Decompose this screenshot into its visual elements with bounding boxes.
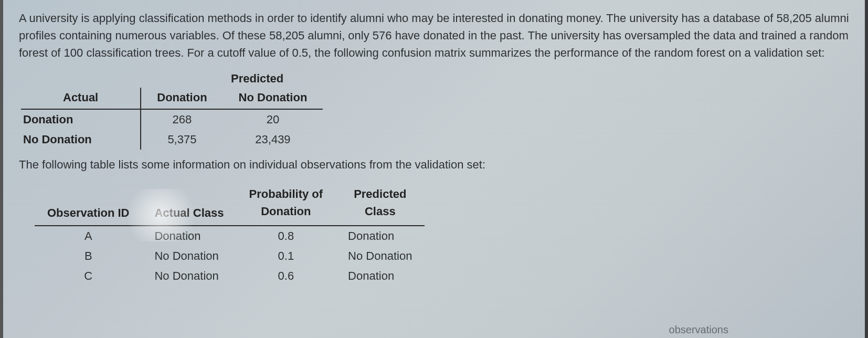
confusion-matrix-table: Predicted Actual Donation No Donation Do…: [21, 72, 849, 150]
obs-prob: 0.8: [237, 226, 336, 246]
obs-id: B: [35, 246, 142, 266]
obs-col-prob: Probability of Donation: [237, 183, 336, 226]
obs-id: A: [35, 226, 142, 246]
confusion-cell: 23,439: [223, 130, 323, 150]
confusion-cell: 20: [223, 109, 323, 130]
confusion-cell: 268: [141, 109, 223, 130]
obs-pred: Donation: [335, 266, 425, 286]
obs-prob: 0.6: [237, 266, 336, 286]
confusion-col-donation: Donation: [141, 88, 223, 109]
question-paragraph: A university is applying classification …: [19, 9, 849, 61]
obs-actual: No Donation: [142, 266, 236, 286]
obs-col-pred-line2: Class: [365, 205, 396, 218]
confusion-col-nodonation: No Donation: [223, 88, 323, 109]
obs-col-prob-line1: Probability of: [249, 187, 323, 200]
obs-col-actual: Actual Class: [142, 183, 236, 226]
confusion-col-actual: Actual: [21, 88, 141, 109]
obs-actual: No Donation: [142, 246, 236, 266]
confusion-super-header: Predicted: [21, 72, 849, 86]
confusion-row-label: No Donation: [21, 130, 141, 150]
obs-prob: 0.1: [237, 246, 336, 266]
confusion-row: Donation 268 20: [21, 109, 323, 130]
mid-paragraph: The following table lists some informati…: [19, 158, 849, 172]
obs-col-prob-line2: Donation: [261, 205, 311, 218]
obs-row: B No Donation 0.1 No Donation: [35, 246, 425, 266]
obs-col-id: Observation ID: [35, 183, 142, 226]
confusion-row-label: Donation: [21, 109, 141, 130]
obs-row: A Donation 0.8 Donation: [35, 226, 425, 246]
obs-row: C No Donation 0.6 Donation: [35, 266, 425, 286]
confusion-row: No Donation 5,375 23,439: [21, 130, 323, 150]
obs-id: C: [35, 266, 142, 286]
partial-cutoff-text: observations: [669, 324, 728, 336]
obs-col-pred: Predicted Class: [335, 183, 425, 226]
observations-table: Observation ID Actual Class Probability …: [35, 183, 849, 286]
obs-actual: Donation: [142, 226, 236, 246]
obs-col-pred-line1: Predicted: [354, 187, 406, 200]
confusion-cell: 5,375: [141, 130, 223, 150]
obs-pred: No Donation: [335, 246, 425, 266]
obs-pred: Donation: [335, 226, 425, 246]
